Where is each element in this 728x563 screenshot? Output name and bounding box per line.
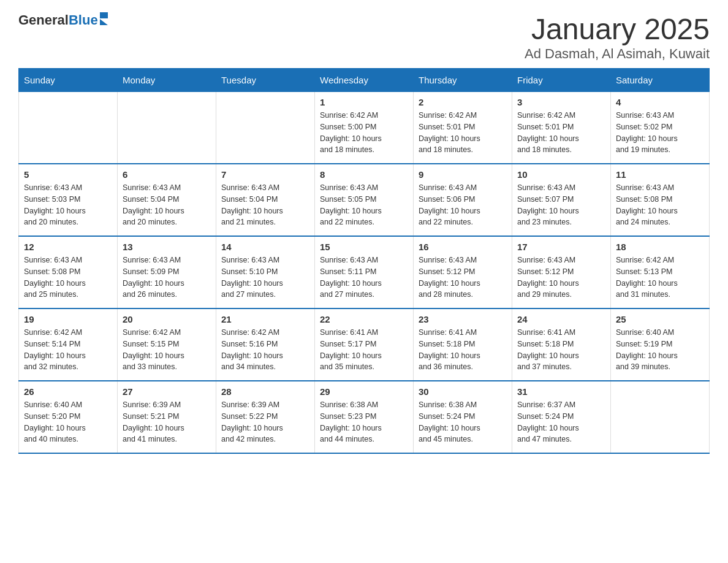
day-number: 12 (24, 242, 112, 252)
calendar-cell: 7Sunrise: 6:43 AM Sunset: 5:04 PM Daylig… (216, 164, 315, 236)
day-info: Sunrise: 6:40 AM Sunset: 5:20 PM Dayligh… (24, 399, 112, 445)
day-number: 31 (517, 386, 605, 397)
calendar-cell: 2Sunrise: 6:42 AM Sunset: 5:01 PM Daylig… (414, 92, 512, 164)
calendar-cell: 6Sunrise: 6:43 AM Sunset: 5:04 PM Daylig… (118, 164, 216, 236)
day-info: Sunrise: 6:42 AM Sunset: 5:14 PM Dayligh… (24, 327, 112, 373)
day-number: 21 (221, 314, 309, 324)
header-wednesday: Wednesday (315, 69, 414, 92)
day-number: 17 (517, 242, 605, 252)
header-thursday: Thursday (414, 69, 512, 92)
header-friday: Friday (512, 69, 611, 92)
week-row-2: 5Sunrise: 6:43 AM Sunset: 5:03 PM Daylig… (19, 164, 710, 236)
day-info: Sunrise: 6:37 AM Sunset: 5:24 PM Dayligh… (517, 399, 605, 445)
calendar-cell: 17Sunrise: 6:43 AM Sunset: 5:12 PM Dayli… (512, 236, 611, 308)
calendar-cell: 18Sunrise: 6:42 AM Sunset: 5:13 PM Dayli… (611, 236, 710, 308)
day-info: Sunrise: 6:43 AM Sunset: 5:11 PM Dayligh… (320, 255, 408, 301)
day-info: Sunrise: 6:43 AM Sunset: 5:06 PM Dayligh… (419, 182, 507, 228)
calendar-cell: 24Sunrise: 6:41 AM Sunset: 5:18 PM Dayli… (512, 308, 611, 381)
calendar-cell: 1Sunrise: 6:42 AM Sunset: 5:00 PM Daylig… (315, 92, 414, 164)
day-info: Sunrise: 6:43 AM Sunset: 5:05 PM Dayligh… (320, 182, 408, 228)
header-sunday: Sunday (19, 69, 118, 92)
day-number: 3 (517, 97, 605, 107)
day-info: Sunrise: 6:38 AM Sunset: 5:23 PM Dayligh… (320, 399, 408, 445)
calendar-cell: 8Sunrise: 6:43 AM Sunset: 5:05 PM Daylig… (315, 164, 414, 236)
calendar-cell: 21Sunrise: 6:42 AM Sunset: 5:16 PM Dayli… (216, 308, 315, 381)
day-number: 2 (419, 97, 507, 107)
day-info: Sunrise: 6:42 AM Sunset: 5:15 PM Dayligh… (123, 327, 211, 373)
day-info: Sunrise: 6:39 AM Sunset: 5:22 PM Dayligh… (221, 399, 309, 445)
day-number: 8 (320, 169, 408, 180)
day-number: 27 (123, 386, 211, 397)
day-info: Sunrise: 6:39 AM Sunset: 5:21 PM Dayligh… (123, 399, 211, 445)
day-info: Sunrise: 6:43 AM Sunset: 5:12 PM Dayligh… (517, 255, 605, 301)
calendar-cell: 26Sunrise: 6:40 AM Sunset: 5:20 PM Dayli… (19, 381, 118, 453)
calendar-cell: 20Sunrise: 6:42 AM Sunset: 5:15 PM Dayli… (118, 308, 216, 381)
calendar-cell: 12Sunrise: 6:43 AM Sunset: 5:08 PM Dayli… (19, 236, 118, 308)
week-row-5: 26Sunrise: 6:40 AM Sunset: 5:20 PM Dayli… (19, 381, 710, 453)
week-row-4: 19Sunrise: 6:42 AM Sunset: 5:14 PM Dayli… (19, 308, 710, 381)
day-number: 19 (24, 314, 112, 324)
day-number: 16 (419, 242, 507, 252)
day-number: 18 (616, 242, 704, 252)
day-number: 22 (320, 314, 408, 324)
calendar-cell: 11Sunrise: 6:43 AM Sunset: 5:08 PM Dayli… (611, 164, 710, 236)
calendar-cell: 15Sunrise: 6:43 AM Sunset: 5:11 PM Dayli… (315, 236, 414, 308)
calendar-cell: 16Sunrise: 6:43 AM Sunset: 5:12 PM Dayli… (414, 236, 512, 308)
calendar-cell: 3Sunrise: 6:42 AM Sunset: 5:01 PM Daylig… (512, 92, 611, 164)
logo-text: GeneralBlue (18, 12, 98, 28)
calendar-cell (216, 92, 315, 164)
day-number: 1 (320, 97, 408, 107)
calendar-cell: 29Sunrise: 6:38 AM Sunset: 5:23 PM Dayli… (315, 381, 414, 453)
day-info: Sunrise: 6:43 AM Sunset: 5:03 PM Dayligh… (24, 182, 112, 228)
day-info: Sunrise: 6:40 AM Sunset: 5:19 PM Dayligh… (616, 327, 704, 373)
calendar-cell: 5Sunrise: 6:43 AM Sunset: 5:03 PM Daylig… (19, 164, 118, 236)
calendar-cell (19, 92, 118, 164)
calendar-cell: 9Sunrise: 6:43 AM Sunset: 5:06 PM Daylig… (414, 164, 512, 236)
calendar-cell (611, 381, 710, 453)
day-number: 26 (24, 386, 112, 397)
day-number: 28 (221, 386, 309, 397)
day-number: 13 (123, 242, 211, 252)
day-number: 10 (517, 169, 605, 180)
calendar-cell: 28Sunrise: 6:39 AM Sunset: 5:22 PM Dayli… (216, 381, 315, 453)
day-info: Sunrise: 6:42 AM Sunset: 5:13 PM Dayligh… (616, 255, 704, 301)
calendar-cell: 4Sunrise: 6:43 AM Sunset: 5:02 PM Daylig… (611, 92, 710, 164)
calendar-cell: 30Sunrise: 6:38 AM Sunset: 5:24 PM Dayli… (414, 381, 512, 453)
day-number: 5 (24, 169, 112, 180)
day-number: 25 (616, 314, 704, 324)
day-info: Sunrise: 6:38 AM Sunset: 5:24 PM Dayligh… (419, 399, 507, 445)
day-info: Sunrise: 6:41 AM Sunset: 5:18 PM Dayligh… (517, 327, 605, 373)
calendar-cell: 22Sunrise: 6:41 AM Sunset: 5:17 PM Dayli… (315, 308, 414, 381)
calendar-cell: 13Sunrise: 6:43 AM Sunset: 5:09 PM Dayli… (118, 236, 216, 308)
calendar-table: SundayMondayTuesdayWednesdayThursdayFrid… (18, 68, 710, 454)
day-info: Sunrise: 6:43 AM Sunset: 5:04 PM Dayligh… (221, 182, 309, 228)
day-info: Sunrise: 6:41 AM Sunset: 5:18 PM Dayligh… (419, 327, 507, 373)
day-number: 30 (419, 386, 507, 397)
day-info: Sunrise: 6:43 AM Sunset: 5:07 PM Dayligh… (517, 182, 605, 228)
header-saturday: Saturday (611, 69, 710, 92)
calendar-cell (118, 92, 216, 164)
calendar-cell: 10Sunrise: 6:43 AM Sunset: 5:07 PM Dayli… (512, 164, 611, 236)
day-number: 9 (419, 169, 507, 180)
week-row-3: 12Sunrise: 6:43 AM Sunset: 5:08 PM Dayli… (19, 236, 710, 308)
logo: GeneralBlue (18, 12, 108, 28)
calendar-cell: 14Sunrise: 6:43 AM Sunset: 5:10 PM Dayli… (216, 236, 315, 308)
calendar-cell: 27Sunrise: 6:39 AM Sunset: 5:21 PM Dayli… (118, 381, 216, 453)
page-header: GeneralBlue January 2025 Ad Dasmah, Al A… (18, 12, 710, 62)
day-info: Sunrise: 6:43 AM Sunset: 5:12 PM Dayligh… (419, 255, 507, 301)
calendar-cell: 25Sunrise: 6:40 AM Sunset: 5:19 PM Dayli… (611, 308, 710, 381)
day-number: 23 (419, 314, 507, 324)
calendar-cell: 19Sunrise: 6:42 AM Sunset: 5:14 PM Dayli… (19, 308, 118, 381)
day-number: 24 (517, 314, 605, 324)
day-number: 6 (123, 169, 211, 180)
day-number: 7 (221, 169, 309, 180)
header-monday: Monday (118, 69, 216, 92)
day-info: Sunrise: 6:41 AM Sunset: 5:17 PM Dayligh… (320, 327, 408, 373)
day-info: Sunrise: 6:42 AM Sunset: 5:00 PM Dayligh… (320, 110, 408, 156)
calendar-cell: 23Sunrise: 6:41 AM Sunset: 5:18 PM Dayli… (414, 308, 512, 381)
day-info: Sunrise: 6:42 AM Sunset: 5:01 PM Dayligh… (517, 110, 605, 156)
day-info: Sunrise: 6:43 AM Sunset: 5:09 PM Dayligh… (123, 255, 211, 301)
day-info: Sunrise: 6:43 AM Sunset: 5:10 PM Dayligh… (221, 255, 309, 301)
day-info: Sunrise: 6:43 AM Sunset: 5:04 PM Dayligh… (123, 182, 211, 228)
title-block: January 2025 Ad Dasmah, Al Asimah, Kuwai… (525, 12, 710, 62)
